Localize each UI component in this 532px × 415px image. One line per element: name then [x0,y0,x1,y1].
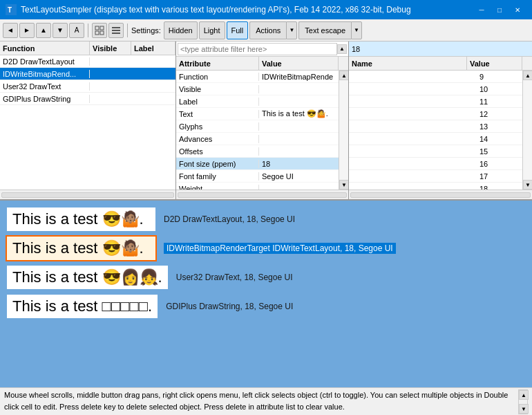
light-button[interactable]: Light [199,21,225,39]
minimize-button[interactable]: ─ [473,0,491,19]
right-hscroll-track[interactable] [350,192,531,198]
right-row[interactable]: 17 [349,170,532,183]
text-box: This is a test 😎🤷🏽. [7,208,155,231]
right-row[interactable]: 16 [349,158,532,170]
attr-row[interactable]: Weight [176,183,348,190]
right-vscroll-up-btn[interactable]: ▲ [523,71,532,80]
text-sample-label: IDWriteBitmapRenderTarget IDWriteTextLay… [164,243,396,254]
right-panel: 18 Name Value 9 10 11 12 13 14 15 16 [349,42,532,199]
maximize-button[interactable]: □ [491,0,509,19]
mid-hscroll-track[interactable] [178,192,347,198]
attr-row[interactable]: Offsets [176,145,348,158]
right-vscrollbar[interactable]: ▲ ▼ [522,71,532,190]
right-row[interactable]: 13 [349,120,532,133]
attr-row[interactable]: Font family Segoe UI [176,170,348,183]
toolbar-btn-down[interactable]: ▼ [53,23,68,38]
toolbar-btn-forward[interactable]: ► [19,23,35,38]
attr-name-cell: Visible [176,85,259,93]
mid-panel: ▲ Attribute Value Function IDWriteBitmap… [176,42,349,199]
window-title: TextLayoutSampler (displays text with va… [21,5,473,15]
attr-name-cell: Function [176,73,259,81]
right-panel-hscroll[interactable] [349,190,532,199]
attr-row[interactable]: Label [176,95,348,108]
attr-filter-input[interactable] [178,43,337,55]
separator-1 [88,24,88,37]
status-bar: Mouse wheel scrolls, middle button drag … [0,387,532,415]
window-controls: ─ □ ✕ [473,0,526,19]
right-row[interactable]: 10 [349,83,532,95]
function-cell: D2D DrawTextLayout [0,57,90,66]
attr-vscrollbar[interactable]: ▲ ▼ [339,71,348,190]
text-sample[interactable]: This is a test 😎👩👧. User32 DrawText, 18,… [7,266,525,289]
svg-text:T: T [8,6,12,14]
text-sample-label: User32 DrawText, 18, Segoe UI [176,273,293,282]
text-box: This is a test 😎👩👧. [7,266,168,289]
hscroll-track[interactable] [1,192,174,198]
attr-row[interactable]: Font size (ppem) 18 [176,158,348,170]
attr-row[interactable]: Advances [176,133,348,145]
function-row[interactable]: User32 DrawText [0,80,175,93]
text-box: This is a test 😎🤷🏽. [7,237,155,260]
function-row[interactable]: IDWriteBitmapRend... [0,68,175,80]
right-row[interactable]: 15 [349,145,532,158]
toolbar-btn-grid[interactable] [92,23,107,38]
attr-row[interactable]: Visible [176,83,348,95]
col-attr-value: Value [259,57,339,70]
text-escape-button-arrow[interactable]: ▼ [351,21,362,39]
mid-panel-hscroll[interactable] [176,190,348,199]
svg-rect-4 [95,31,99,35]
right-row[interactable]: 11 [349,95,532,108]
status-scroll-up[interactable]: ▲ [519,390,529,400]
attr-val-cell: 18 [259,160,348,168]
right-scroll-area: 9 10 11 12 13 14 15 16 17 18 ▲ ▼ [349,71,532,190]
toolbar-btn-up[interactable]: ▲ [36,23,51,38]
right-vscroll-track [523,80,532,180]
right-row[interactable]: 14 [349,133,532,145]
right-vscroll-down-btn[interactable]: ▼ [523,180,532,190]
actions-button-arrow[interactable]: ▼ [286,21,297,39]
right-list: 9 10 11 12 13 14 15 16 17 18 [349,71,532,190]
text-sample[interactable]: This is a test 😎🤷🏽. IDWriteBitmapRenderT… [7,237,525,260]
right-row[interactable]: 18 [349,183,532,190]
text-sample[interactable]: This is a test 😎🤷🏽. D2D DrawTextLayout, … [7,208,525,231]
col-name: Name [349,57,467,70]
right-col-headers: Name Value [349,57,532,71]
right-header-value: 18 [352,45,360,53]
attr-vscroll-down-btn[interactable]: ▼ [339,180,348,190]
text-sample-label: GDIPlus DrawString, 18, Segoe UI [166,302,293,311]
attr-row[interactable]: Text This is a test 😎🤷. [176,108,348,120]
function-row[interactable]: D2D DrawTextLayout [0,55,175,68]
attr-scroll-up[interactable]: ▲ [337,44,347,54]
attr-name-cell: Label [176,98,259,106]
attr-name-cell: Advances [176,135,259,143]
text-sample[interactable]: This is a test □□□□□. GDIPlus DrawString… [7,295,525,318]
close-button[interactable]: ✕ [509,0,526,19]
text-escape-button-main[interactable]: Text escape [298,21,351,39]
attr-row[interactable]: Glyphs [176,120,348,133]
col-function: Function [0,42,90,55]
function-row[interactable]: GDIPlus DrawString [0,93,175,105]
toolbar-btn-back[interactable]: ◄ [3,23,18,38]
status-scrollbar[interactable]: ▲ ▼ [518,389,528,414]
full-button[interactable]: Full [227,21,249,39]
attr-col-header: Attribute Value [176,57,348,71]
attr-name-cell: Offsets [176,147,259,156]
actions-button-main[interactable]: Actions [249,21,286,39]
text-sample-label: D2D DrawTextLayout, 18, Segoe UI [164,214,295,224]
attr-vscroll-track [339,80,348,180]
col-attr-name: Attribute [176,57,259,70]
attr-val-cell: This is a test 😎🤷. [259,109,348,118]
attr-filter-row: ▲ [176,42,348,57]
toolbar-btn-a[interactable]: A [69,23,84,38]
status-scroll-down[interactable]: ▼ [519,404,529,414]
attr-row[interactable]: Function IDWriteBitmapRende [176,71,348,83]
text-escape-split-button[interactable]: Text escape ▼ [298,21,362,39]
actions-split-button[interactable]: Actions ▼ [249,21,297,39]
right-row[interactable]: 12 [349,108,532,120]
attr-vscroll-up-btn[interactable]: ▲ [339,71,348,80]
hidden-button[interactable]: Hidden [164,21,198,39]
right-row[interactable]: 9 [349,71,532,83]
col-label: Label [131,42,175,55]
toolbar-btn-list[interactable] [108,23,124,38]
left-panel-hscroll[interactable] [0,190,175,199]
